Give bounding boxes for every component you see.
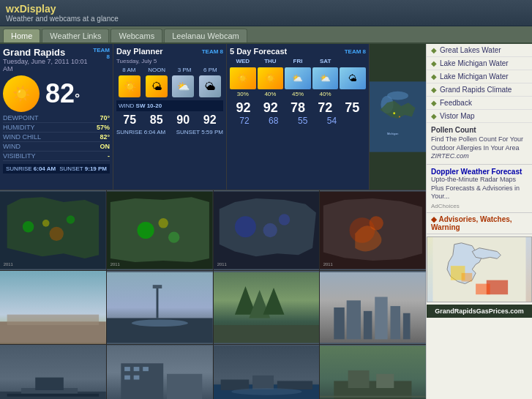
webcam-grid-row [0, 271, 426, 344]
webcam-grid-row2 [0, 344, 426, 399]
svg-point-18 [234, 216, 255, 237]
svg-rect-38 [214, 325, 320, 343]
svg-point-15 [168, 231, 179, 242]
svg-point-9 [50, 227, 64, 241]
svg-rect-56 [133, 367, 139, 371]
webcam-img-1 [0, 271, 106, 344]
f5-icon-3: ⛅ [285, 67, 311, 89]
webcam-img-2 [107, 271, 213, 344]
bullet-icon: ◆ [431, 72, 437, 81]
dp-icon-2: 🌤 [146, 75, 168, 97]
sidebar-link-lake-michigan-water-2[interactable]: ◆ Lake Michigan Water [427, 70, 532, 83]
svg-text:Michigan: Michigan [387, 133, 398, 135]
bullet-icon: ◆ [431, 112, 437, 120]
radar-cell-4[interactable]: 2011 [320, 190, 426, 270]
dp-date: Tuesday, July 5 [116, 58, 223, 64]
svg-point-13 [137, 222, 154, 239]
f5-icons: ☀️ ☀️ ⛅ ⛅ 🌤 [230, 67, 366, 89]
radar-svg-1: 2011 [0, 190, 106, 270]
svg-rect-64 [277, 381, 312, 389]
sidebar-link-great-lakes-water[interactable]: ◆ Great Lakes Water [427, 44, 532, 57]
cc-date: Tuesday, June 7, 2011 10:01 AM [3, 58, 90, 72]
cc-stats: DEWPOINT 70° HUMIDITY 57% WIND CHILL 82°… [3, 113, 110, 161]
tab-leelanau-webcam[interactable]: Leelanau Webcam [164, 29, 247, 42]
f5-highs: 30% 40% 45% 40% [230, 91, 366, 97]
dp-icon-3: ⛅ [172, 75, 194, 97]
svg-point-14 [158, 218, 168, 228]
radar-cell-1[interactable]: 2011 [0, 190, 107, 270]
svg-rect-62 [220, 379, 249, 389]
svg-rect-57 [143, 367, 149, 371]
bullet-icon: ◆ [431, 99, 437, 107]
tab-home[interactable]: Home [3, 29, 40, 42]
svg-point-19 [263, 223, 277, 237]
svg-rect-44 [391, 306, 401, 339]
svg-point-7 [23, 221, 34, 232]
svg-rect-68 [348, 370, 370, 388]
webcam-cell-5[interactable] [0, 345, 107, 399]
svg-point-31 [132, 319, 188, 327]
right-sidebar: ◆ Great Lakes Water ◆ Lake Michigan Wate… [426, 44, 532, 399]
dp-temps: 75 85 90 92 [116, 113, 223, 127]
sidebar-link-grand-rapids-climate[interactable]: ◆ Grand Rapids Climate [427, 83, 532, 97]
radar-svg-4: 2011 [320, 190, 426, 270]
doppler-title[interactable]: Doppler Weather Forecast [431, 168, 528, 176]
cc-stat-windchill: WIND CHILL 82° [3, 133, 110, 142]
f5-icon-2: ☀️ [258, 67, 284, 89]
cc-location: Grand Rapids [3, 47, 90, 58]
gas-prices-box[interactable]: GrandRapidsGasPrices.com [427, 305, 532, 318]
cc-temp-row: ☀️ 82° [3, 75, 110, 112]
webcam-cell-4[interactable] [320, 271, 426, 344]
f5-lows: 72 68 55 54 [230, 116, 366, 126]
svg-rect-58 [124, 376, 130, 380]
svg-text:2011: 2011 [217, 262, 226, 266]
svg-rect-42 [364, 311, 372, 340]
dp-times: 8 AM NOON 3 PM 6 PM [116, 67, 223, 73]
webcam-cell-3[interactable] [214, 271, 321, 344]
webcam-cell-6[interactable] [107, 345, 214, 399]
svg-rect-59 [133, 376, 139, 380]
radar-cell-2[interactable]: 2011 [107, 190, 214, 270]
svg-rect-76 [476, 284, 490, 295]
f5-header: 5 Day Forecast TEAM 8 [230, 47, 366, 56]
radar-cell-3[interactable]: 2011 [214, 190, 321, 270]
sidebar-link-feedback[interactable]: ◆ Feedback [427, 97, 532, 110]
pollen-text: Find The Pollen Count For Your Outdoor A… [431, 135, 528, 152]
dp-icon-4: 🌥 [199, 75, 221, 97]
sidebar-link-lake-michigan-water-1[interactable]: ◆ Lake Michigan Water [427, 57, 532, 70]
cc-temp-unit: ° [75, 91, 80, 105]
cc-stat-dewpoint: DEWPOINT 70° [3, 113, 110, 123]
pollen-count-section: Pollen Count Find The Pollen Count For Y… [427, 123, 532, 165]
svg-rect-32 [156, 286, 158, 318]
svg-point-4 [393, 112, 395, 114]
day-planner-panel: Day Planner TEAM 8 Tuesday, July 5 8 AM … [113, 44, 227, 190]
f5-big-temps: 92 92 78 72 75 [230, 100, 366, 116]
svg-rect-33 [152, 285, 162, 288]
webcam-cell-7[interactable] [214, 345, 321, 399]
cc-sunrise: SUNRISE 6:04 AM [6, 165, 56, 172]
webcam-cell-2[interactable] [107, 271, 214, 344]
dp-sunrise-sunset: SUNRISE 6:04 AM SUNSET 5:59 PM [116, 129, 223, 135]
webcam-cell-8[interactable] [320, 345, 426, 399]
main-content: Grand Rapids Tuesday, June 7, 2011 10:01… [0, 44, 532, 399]
svg-rect-41 [347, 300, 361, 339]
f5-icon-5: 🌤 [340, 67, 366, 89]
sidebar-link-visitor-map[interactable]: ◆ Vistor Map [427, 110, 532, 123]
webcam-rows: 2011 2011 [0, 190, 426, 344]
f5-title: 5 Day Forecast [230, 47, 287, 56]
svg-rect-43 [375, 297, 388, 340]
ad-choices[interactable]: AdChoices [431, 203, 528, 209]
tab-webcams[interactable]: Webcams [110, 29, 162, 42]
forecast-5day-panel: 5 Day Forecast TEAM 8 WED THU FRI SAT ☀️… [227, 44, 370, 190]
tab-weather-links[interactable]: Weather Links [42, 29, 109, 42]
dp-icon-1: ☀️ [119, 75, 141, 97]
webcam-cell-1[interactable] [0, 271, 107, 344]
f5-days: WED THU FRI SAT [230, 58, 366, 64]
svg-point-5 [399, 116, 400, 118]
cc-stat-visibility: VISIBILITY - [3, 152, 110, 161]
dp-header: Day Planner TEAM 8 [116, 47, 223, 56]
cc-temperature: 82 [45, 78, 75, 108]
doppler-section: Doppler Weather Forecast Upto-the-Minute… [427, 165, 532, 213]
svg-rect-63 [252, 376, 274, 389]
svg-rect-40 [334, 307, 345, 339]
